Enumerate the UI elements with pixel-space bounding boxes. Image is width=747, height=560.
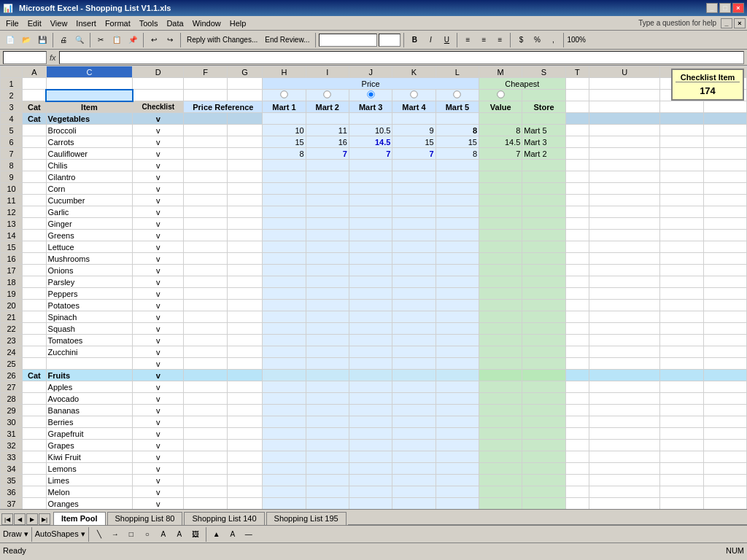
window-controls[interactable]: _ □ × [706,3,744,13]
col-header-I[interactable]: I [306,66,349,78]
cell-M6[interactable]: 14.5 [479,136,522,148]
line-color-button[interactable]: — [241,527,256,542]
rect-tool[interactable]: □ [124,527,139,542]
cell-J4[interactable] [349,113,392,125]
tab-shopping-195[interactable]: Shopping List 195 [266,512,347,525]
radio-mart5[interactable] [454,90,461,98]
app-minimize-button[interactable]: × [734,18,746,28]
cell-T2[interactable] [565,90,589,101]
col-header-F[interactable]: F [184,66,227,78]
underline-button[interactable]: U [439,33,454,47]
cell-A3[interactable]: Cat [23,101,46,113]
tab-shopping-140[interactable]: Shopping List 140 [184,512,264,525]
cell-T6[interactable] [565,136,589,148]
cell-H6[interactable]: 15 [263,136,306,148]
cell-C3[interactable]: Item [46,101,133,113]
next-tab-button[interactable]: ▶ [26,513,38,525]
tab-item-pool[interactable]: Item Pool [53,512,106,525]
cell-J2[interactable] [349,90,392,101]
cell-A4[interactable]: Cat [23,113,46,125]
preview-button[interactable]: 🔍 [72,33,87,47]
col-header-H[interactable]: H [263,66,306,78]
cell-W5[interactable] [703,125,747,136]
cell-T3[interactable] [565,101,589,113]
cell-L2[interactable] [436,90,479,101]
font-size-input[interactable]: 10 [379,34,400,47]
menu-edit[interactable]: Edit [23,18,46,29]
cell-U5[interactable] [589,125,660,136]
wordart-tool[interactable]: A [172,527,187,542]
cell-D5[interactable]: v [133,125,184,136]
cell-W3[interactable] [703,101,747,113]
cell-S2[interactable] [522,90,565,101]
cell-U2[interactable] [589,90,660,101]
cell-reference[interactable]: C2 [3,51,47,64]
menu-format[interactable]: Format [101,18,135,29]
cell-G6[interactable] [227,136,263,148]
cell-G7[interactable] [227,148,263,160]
cell-V3[interactable] [660,101,703,113]
cut-button[interactable]: ✂ [93,33,108,47]
cell-F26[interactable] [184,370,227,381]
undo-button[interactable]: ↩ [147,33,161,47]
cell-D7[interactable]: v [133,148,184,160]
col-header-S[interactable]: S [522,66,565,78]
cell-T1[interactable] [565,78,589,90]
cell-M2[interactable] [479,90,522,101]
cell-S3[interactable]: Store [522,101,565,113]
cell-M4[interactable] [479,113,522,125]
cell-C4[interactable]: Vegetables [46,113,133,125]
cell-S5[interactable]: Mart 5 [522,125,565,136]
clipart-tool[interactable]: 🖼 [188,527,203,542]
first-tab-button[interactable]: |◀ [1,513,13,525]
cell-F1[interactable] [184,78,227,90]
cell-S4[interactable] [522,113,565,125]
cell-D2[interactable] [133,90,184,101]
redo-button[interactable]: ↪ [163,33,177,47]
cell-A6[interactable] [23,136,46,148]
font-color-button[interactable]: A [225,527,240,542]
cell-J7[interactable]: 7 [349,148,392,160]
cell-I6[interactable]: 16 [306,136,349,148]
radio-mart1[interactable] [280,90,287,98]
tab-shopping-80[interactable]: Shopping List 80 [107,512,183,525]
cell-C7[interactable]: Cauliflower [46,148,133,160]
italic-button[interactable]: I [423,33,438,47]
cell-W4[interactable] [703,113,747,125]
cell-L7[interactable]: 8 [436,148,479,160]
cell-T7[interactable] [565,148,589,160]
radio-cheapest[interactable] [497,90,504,98]
align-right-button[interactable]: ≡ [492,33,507,47]
cell-G2[interactable] [227,90,263,101]
col-header-J[interactable]: J [349,66,392,78]
cell-M3[interactable]: Value [479,101,522,113]
cell-U4[interactable] [589,113,660,125]
cell-J3[interactable]: Mart 3 [349,101,392,113]
cell-K5[interactable]: 9 [392,125,436,136]
autoshapes-label[interactable]: AutoShapes ▾ [35,529,85,539]
menu-window[interactable]: Window [188,18,225,29]
cell-H4[interactable] [263,113,306,125]
cell-G1[interactable] [227,78,263,90]
col-header-D[interactable]: D [133,66,184,78]
align-center-button[interactable]: ≡ [476,33,491,47]
col-header-K[interactable]: K [392,66,436,78]
col-header-L[interactable]: L [436,66,479,78]
cell-U3[interactable] [589,101,660,113]
cell-G5[interactable] [227,125,263,136]
col-header-U[interactable]: U [589,66,660,78]
cell-D26[interactable]: v [133,370,184,381]
cell-K4[interactable] [392,113,436,125]
col-header-C[interactable]: C [46,66,133,78]
cell-D1[interactable] [133,78,184,90]
cell-A7[interactable] [23,148,46,160]
cell-I3[interactable]: Mart 2 [306,101,349,113]
cell-W6[interactable] [703,136,747,148]
last-tab-button[interactable]: ▶| [39,513,50,525]
formula-input[interactable]: Item [59,51,744,64]
cell-F2[interactable] [184,90,227,101]
cell-I2[interactable] [306,90,349,101]
cell-C1[interactable] [46,78,133,90]
cell-T5[interactable] [565,125,589,136]
copy-button[interactable]: 📋 [109,33,124,47]
